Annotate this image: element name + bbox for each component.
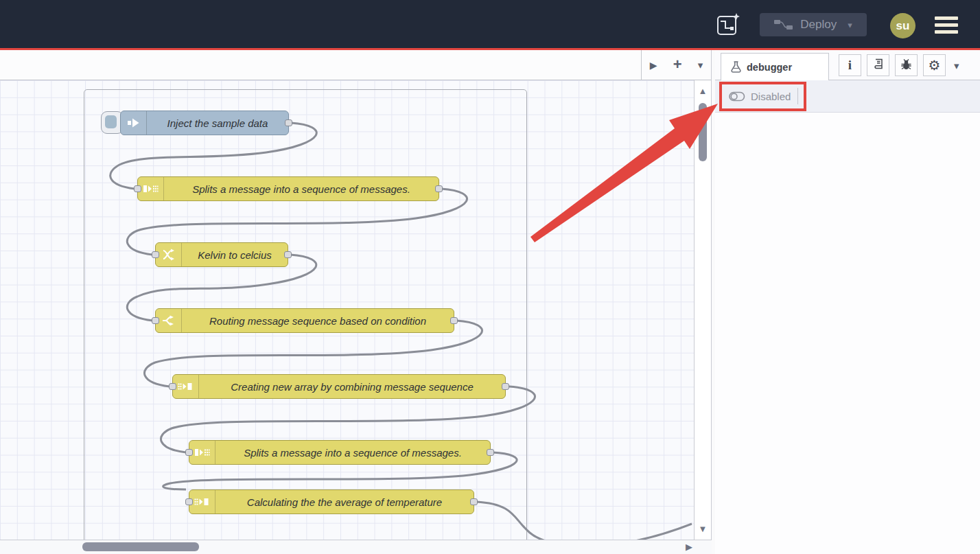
scroll-tabs-right-button[interactable]: ▶: [650, 60, 657, 71]
horizontal-scroll-thumb[interactable]: [82, 542, 199, 551]
annotation-red-line: [0, 48, 980, 50]
deploy-label: Deploy: [800, 18, 837, 32]
scroll-up-icon[interactable]: ▲: [695, 86, 711, 96]
toggle-off-icon: [729, 91, 745, 102]
sidebar-tab-info[interactable]: i: [839, 54, 861, 76]
switch-icon: [156, 309, 182, 332]
flow-node-switch1[interactable]: Routing message sequence based on condit…: [155, 308, 454, 333]
flow-assistant-button[interactable]: [715, 11, 741, 37]
toolbar-separator: [797, 88, 798, 104]
wire-6[interactable]: [476, 502, 692, 540]
sidebar-tab-label: debugger: [747, 62, 792, 73]
node-port-out[interactable]: [285, 119, 292, 126]
node-port-in[interactable]: [185, 449, 193, 456]
sidebar-tab-help[interactable]: [867, 54, 889, 76]
flow-assistant-icon: [715, 11, 741, 37]
node-port-out[interactable]: [284, 251, 292, 258]
vertical-scroll-thumb[interactable]: [699, 103, 707, 161]
node-port-in[interactable]: [169, 383, 176, 390]
node-port-out[interactable]: [487, 449, 494, 456]
book-icon: [873, 58, 884, 72]
scroll-right-icon[interactable]: ▶: [686, 542, 692, 552]
deploy-button[interactable]: Deploy ▾: [760, 13, 867, 36]
scroll-down-icon[interactable]: ▼: [695, 524, 711, 534]
info-icon: i: [848, 58, 852, 72]
canvas-horizontal-scrollbar[interactable]: ▶: [0, 540, 712, 554]
flow-canvas[interactable]: Inject the sample dataSplits a message i…: [0, 80, 695, 540]
flow-node-inject[interactable]: Inject the sample data: [120, 111, 289, 135]
flow-node-change1[interactable]: Kelvin to celcius: [155, 242, 288, 267]
node-port-out[interactable]: [450, 317, 458, 324]
split-icon: [138, 177, 164, 200]
sidebar-more-tabs-button[interactable]: ▾: [954, 60, 959, 72]
change-icon: [156, 243, 182, 266]
add-flow-button[interactable]: +: [673, 56, 682, 73]
node-label: Kelvin to celcius: [182, 243, 288, 266]
node-label: Splits a message into a sequence of mess…: [215, 441, 490, 464]
deploy-icon: [774, 19, 793, 31]
flow-node-join2[interactable]: Calculating the the average of temperatu…: [189, 489, 474, 514]
debug-disabled-toggle-button[interactable]: Disabled: [723, 86, 796, 106]
flow-node-split2[interactable]: Splits a message into a sequence of mess…: [189, 440, 491, 465]
hamburger-bar: [935, 30, 958, 34]
node-label: Calculating the the average of temperatu…: [215, 490, 474, 513]
sidebar-tab-debug[interactable]: [895, 54, 918, 76]
flow-editor: ▶ + ▾ Inject the sample dataSplits a mes…: [0, 50, 712, 554]
node-port-in[interactable]: [134, 185, 141, 192]
node-label: Creating new array by combining message …: [199, 375, 505, 398]
sidebar-tab-config[interactable]: ⚙: [923, 54, 946, 76]
workspace-tab-controls: ▶ + ▾: [641, 50, 711, 80]
sidebar-tool-tabs: i⚙: [839, 54, 946, 76]
flow-node-split1[interactable]: Splits a message into a sequence of mess…: [137, 176, 439, 201]
split-icon: [189, 441, 215, 464]
workspace-tab-bar: ▶ + ▾: [0, 50, 711, 80]
inject-icon: [121, 111, 147, 135]
sidebar-tab-debugger[interactable]: debugger: [721, 53, 829, 80]
node-port-out[interactable]: [470, 498, 478, 505]
flow-node-join1[interactable]: Creating new array by combining message …: [172, 374, 506, 399]
sidebar-panel: debugger i⚙ ▾ Disabled: [715, 50, 980, 554]
node-port-in[interactable]: [152, 317, 159, 324]
bug-icon: [900, 58, 912, 73]
flask-icon: [731, 61, 741, 73]
deploy-caret-icon[interactable]: ▾: [848, 20, 852, 30]
node-port-out[interactable]: [502, 383, 509, 390]
debug-disabled-label: Disabled: [751, 91, 791, 102]
join-icon: [189, 490, 215, 513]
node-port-in[interactable]: [152, 251, 159, 258]
join-icon: [173, 375, 199, 398]
header-bar: Deploy ▾ su: [0, 0, 980, 48]
debug-toolbar: Disabled: [715, 80, 980, 113]
flow-list-button[interactable]: ▾: [698, 59, 703, 71]
node-label: Splits a message into a sequence of mess…: [164, 177, 439, 200]
node-port-in[interactable]: [185, 498, 193, 505]
sidebar-tab-bar: debugger i⚙ ▾: [715, 50, 980, 80]
gear-icon: ⚙: [929, 58, 941, 73]
node-label: Inject the sample data: [147, 111, 288, 135]
hamburger-bar: [935, 23, 958, 27]
inject-button-pad: [105, 115, 117, 128]
node-label: Routing message sequence based on condit…: [182, 309, 454, 332]
canvas-vertical-scrollbar[interactable]: ▲ ▼: [695, 80, 711, 540]
debug-messages-panel[interactable]: [715, 113, 980, 554]
user-avatar[interactable]: su: [890, 13, 915, 38]
hamburger-bar: [935, 16, 958, 20]
node-port-out[interactable]: [435, 185, 443, 192]
hamburger-menu-button[interactable]: [935, 16, 958, 34]
